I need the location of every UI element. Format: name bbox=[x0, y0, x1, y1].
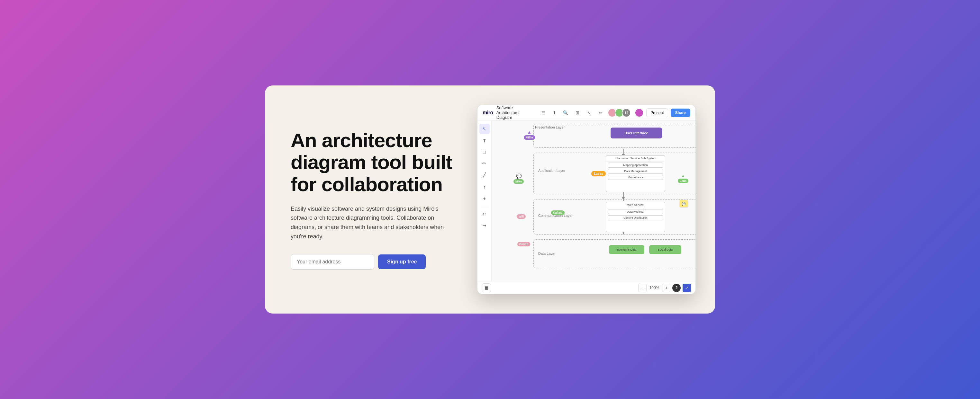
cta-row: Sign up free bbox=[291, 254, 458, 269]
cursor-icon[interactable]: ↖ bbox=[584, 108, 593, 117]
subsystem-item-2: Data Management bbox=[608, 169, 663, 174]
help-button[interactable]: ? bbox=[672, 283, 681, 292]
present-button[interactable]: Present bbox=[646, 108, 668, 117]
pen-tool[interactable]: ✏ bbox=[479, 158, 490, 169]
main-wrapper: An architecture diagram tool built for c… bbox=[265, 86, 715, 314]
miro-bottom-bar: ▦ − 100% + ? ⤢ bbox=[477, 281, 695, 294]
cursor-tool[interactable]: ↖ bbox=[479, 124, 490, 134]
webservice-title: Web Service bbox=[606, 202, 665, 208]
subsystem-item-1: Mapping Application bbox=[608, 163, 663, 168]
subsystem-box: Information Service Sub System Mapping A… bbox=[606, 155, 665, 192]
grid-icon[interactable]: ⊞ bbox=[573, 108, 582, 117]
avatar-lucas: Lucas bbox=[591, 170, 606, 176]
right-panel: miro Software Architecture Diagram ☰ ⬆ 🔍… bbox=[477, 105, 696, 294]
zoom-level: 100% bbox=[649, 286, 660, 290]
canvas-wrapper: ↖ T □ ✏ ╱ ↑ + ↩ ↪ bbox=[477, 120, 695, 281]
avatar-millie: ▲ Millie bbox=[524, 130, 535, 140]
left-panel: An architecture diagram tool built for c… bbox=[291, 130, 458, 269]
subsystem-title: Information Service Sub System bbox=[606, 155, 665, 162]
miro-topbar: miro Software Architecture Diagram ☰ ⬆ 🔍… bbox=[477, 105, 695, 120]
zoom-out-button[interactable]: − bbox=[638, 283, 647, 292]
avatar-lena: ▲ Lena bbox=[678, 174, 688, 183]
webservice-item-1: Data Retrieval bbox=[608, 209, 663, 214]
lena-label: Lena bbox=[678, 179, 688, 183]
add-tool[interactable]: + bbox=[479, 193, 490, 203]
undo-tool[interactable]: ↩ bbox=[479, 209, 490, 219]
avatar-will: Will bbox=[517, 214, 526, 219]
webservice-box: Web Service Data Retrieval Content Distr… bbox=[606, 202, 665, 232]
avatar-mike: 💬 Mike bbox=[514, 174, 524, 184]
signup-button[interactable]: Sign up free bbox=[378, 255, 426, 269]
left-toolbar: ↖ T □ ✏ ╱ ↑ + ↩ ↪ bbox=[477, 120, 492, 281]
topbar-icons: ☰ ⬆ 🔍 bbox=[539, 108, 570, 117]
data-label: Data Layer bbox=[538, 252, 555, 255]
avatar-count: 12 bbox=[622, 108, 631, 117]
pen-icon[interactable]: ✏ bbox=[596, 108, 605, 117]
dustin-label: Dustin bbox=[517, 242, 530, 246]
mike-label: Mike bbox=[514, 179, 524, 184]
avatar-self bbox=[635, 108, 644, 117]
arrow-tool[interactable]: ↑ bbox=[479, 182, 490, 192]
ui-box: User Interface bbox=[611, 128, 662, 138]
lucas-label: Lucas bbox=[591, 171, 606, 176]
avatar-dustin: Dustin bbox=[517, 241, 530, 246]
share-button[interactable]: Share bbox=[671, 109, 690, 117]
social-data-box: Social Data bbox=[649, 245, 681, 254]
miro-canvas[interactable]: Presentation Layer User Interface Applic… bbox=[492, 120, 695, 281]
economic-data-box: Economic Data bbox=[609, 245, 644, 254]
expand-button[interactable]: ⤢ bbox=[682, 283, 691, 292]
redo-tool[interactable]: ↪ bbox=[479, 220, 490, 231]
webservice-item-2: Content Distribution bbox=[608, 215, 663, 220]
text-tool[interactable]: T bbox=[479, 135, 490, 146]
miro-window: miro Software Architecture Diagram ☰ ⬆ 🔍… bbox=[477, 105, 696, 294]
menu-icon[interactable]: ☰ bbox=[539, 108, 548, 117]
shape-tool[interactable]: □ bbox=[479, 147, 490, 157]
email-input[interactable] bbox=[291, 254, 374, 269]
search-icon[interactable]: 🔍 bbox=[561, 108, 570, 117]
will-label: Will bbox=[517, 214, 526, 219]
millie-label: Millie bbox=[524, 135, 535, 140]
board-view-button[interactable]: ▦ bbox=[482, 283, 491, 292]
sticky-note: 💬 bbox=[679, 200, 688, 207]
topbar-right: ⊞ ↖ ✏ 12 Present Share bbox=[573, 108, 690, 117]
hero-description: Easily visualize software and system des… bbox=[291, 204, 445, 241]
board-title: Software Architecture Diagram bbox=[496, 105, 535, 120]
zoom-in-button[interactable]: + bbox=[662, 283, 670, 292]
avatar-kailani: Kailani bbox=[551, 210, 565, 215]
export-icon[interactable]: ⬆ bbox=[550, 108, 559, 117]
avatar-group: 12 bbox=[608, 108, 631, 117]
line-tool[interactable]: ╱ bbox=[479, 170, 490, 180]
hero-title: An architecture diagram tool built for c… bbox=[291, 130, 458, 195]
subsystem-item-3: Maintenance bbox=[608, 175, 663, 180]
presentation-label: Presentation Layer bbox=[535, 125, 565, 129]
toolbar-divider bbox=[480, 206, 488, 206]
application-label: Application Layer bbox=[538, 169, 565, 173]
zoom-controls: − 100% + ? ⤢ bbox=[638, 283, 691, 292]
miro-logo: miro bbox=[483, 110, 493, 116]
kailani-label: Kailani bbox=[551, 211, 565, 215]
